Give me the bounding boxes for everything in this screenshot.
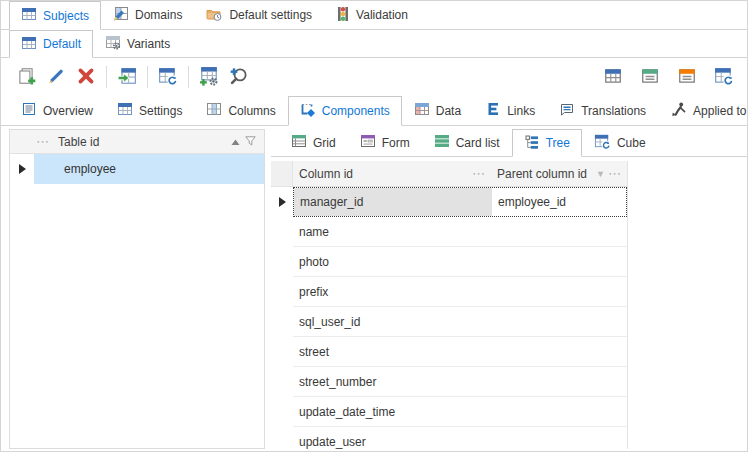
components-icon xyxy=(300,102,316,121)
tab-links[interactable]: Links xyxy=(473,96,547,125)
table-id-cell[interactable]: employee xyxy=(34,154,264,184)
tab-label: Overview xyxy=(43,104,93,118)
add-table-settings-button[interactable] xyxy=(194,63,224,91)
data-table-icon xyxy=(414,101,430,120)
parent-column-id-header[interactable]: Parent column id ▼ ⋯ xyxy=(491,161,627,186)
columns-grid-header: Column id ⋯ Parent column id ▼ ⋯ xyxy=(271,161,627,187)
grid-row[interactable]: sql_user_id xyxy=(271,307,627,337)
tab-domains[interactable]: Domains xyxy=(101,1,194,29)
column-id-cell[interactable]: sql_user_id xyxy=(293,307,627,336)
columns-icon xyxy=(206,101,222,120)
tab-settings[interactable]: Settings xyxy=(105,96,194,125)
table-id-column-header[interactable]: ⋯ Table id xyxy=(10,130,264,154)
sort-asc-icon[interactable] xyxy=(231,135,240,149)
more-options-icon[interactable]: ⋯ xyxy=(472,167,486,180)
tab-label: Card list xyxy=(456,136,500,150)
grid-row[interactable]: update_user xyxy=(271,427,627,449)
app-window: Subjects Domains Default settings Valida… xyxy=(0,0,748,452)
tab-translations[interactable]: Translations xyxy=(547,96,658,125)
form-green-icon xyxy=(640,66,660,89)
grid-row[interactable]: street_number xyxy=(271,367,627,397)
tab-grid[interactable]: Grid xyxy=(279,129,348,156)
form-orange-icon xyxy=(677,66,697,89)
tab-label: Links xyxy=(507,104,535,118)
tab-subjects[interactable]: Subjects xyxy=(9,1,101,30)
column-id-cell[interactable]: street xyxy=(293,337,627,366)
filter-dropdown-icon[interactable]: ▼ xyxy=(596,169,605,179)
tab-applied-to[interactable]: Applied to xyxy=(658,96,748,125)
component-tabstrip: Grid Form Card list Tree Cube xyxy=(271,129,747,157)
rotate-table-view-button[interactable] xyxy=(709,63,739,91)
funnel-icon[interactable] xyxy=(245,135,256,149)
toolbar-separator xyxy=(188,66,189,88)
tab-overview[interactable]: Overview xyxy=(9,96,105,125)
column-id-cell[interactable]: manager_id xyxy=(294,188,492,216)
tab-label: Grid xyxy=(313,136,336,150)
tab-default-settings[interactable]: Default settings xyxy=(194,1,324,29)
tab-components[interactable]: Components xyxy=(288,96,402,126)
tab-validation[interactable]: Validation xyxy=(324,1,420,29)
tree-icon xyxy=(524,134,540,153)
components-panel: Grid Form Card list Tree Cube xyxy=(271,129,747,449)
tab-columns[interactable]: Columns xyxy=(194,96,287,125)
table-icon xyxy=(21,35,37,54)
tab-card-list[interactable]: Card list xyxy=(422,129,512,156)
zoom-plus-icon xyxy=(229,66,249,89)
tab-label: Columns xyxy=(228,104,275,118)
tab-label: Tree xyxy=(546,136,570,150)
table-icon xyxy=(603,66,623,89)
tab-tree[interactable]: Tree xyxy=(512,129,582,157)
grid-row[interactable]: prefix xyxy=(271,277,627,307)
table-rotate-icon xyxy=(714,66,734,89)
tab-form[interactable]: Form xyxy=(348,129,422,156)
table-icon xyxy=(117,101,133,120)
worker-icon xyxy=(670,101,687,120)
indicator-header-cell xyxy=(271,161,293,186)
table-row[interactable]: employee xyxy=(10,154,264,184)
column-id-cell[interactable]: street_number xyxy=(293,367,627,396)
add-copy-button[interactable] xyxy=(11,63,41,91)
grid-row[interactable]: manager_id employee_id xyxy=(271,187,627,217)
table-edit-icon xyxy=(113,6,129,25)
parent-column-id-cell[interactable]: employee_id xyxy=(492,188,626,216)
column-id-cell[interactable]: prefix xyxy=(293,277,627,306)
column-id-header[interactable]: Column id ⋯ xyxy=(293,161,491,186)
table-view-button[interactable] xyxy=(598,63,628,91)
main-tabstrip: Subjects Domains Default settings Valida… xyxy=(1,1,747,30)
tab-label: Form xyxy=(382,136,410,150)
green-form-view-button[interactable] xyxy=(635,63,665,91)
table-add-gear-icon xyxy=(199,66,219,89)
zoom-button[interactable] xyxy=(224,63,254,91)
links-tree-icon xyxy=(485,101,501,120)
column-id-cell[interactable]: photo xyxy=(293,247,627,276)
tab-variants[interactable]: Variants xyxy=(93,30,182,57)
toolbar-right-group xyxy=(598,63,739,91)
tab-label: Cube xyxy=(617,136,646,150)
column-id-cell[interactable]: name xyxy=(293,217,627,246)
refresh-table-button[interactable] xyxy=(153,63,183,91)
grid-row[interactable]: photo xyxy=(271,247,627,277)
tab-cube[interactable]: Cube xyxy=(582,129,658,156)
column-title: Column id xyxy=(299,167,353,181)
table-refresh-icon xyxy=(158,66,178,89)
grid-row[interactable]: street xyxy=(271,337,627,367)
delete-x-icon xyxy=(76,66,96,89)
row-pointer-icon xyxy=(10,154,34,184)
tab-label: Applied to xyxy=(693,104,746,118)
tab-default[interactable]: Default xyxy=(9,30,93,58)
tab-data[interactable]: Data xyxy=(402,96,473,125)
grid-row[interactable]: update_date_time xyxy=(271,397,627,427)
import-table-button[interactable] xyxy=(112,63,142,91)
column-id-cell[interactable]: update_date_time xyxy=(293,397,627,426)
more-options-icon[interactable]: ⋯ xyxy=(608,167,622,180)
speech-bubble-icon xyxy=(559,101,575,120)
table-gear-icon xyxy=(105,34,121,53)
delete-button[interactable] xyxy=(71,63,101,91)
grid-row[interactable]: name xyxy=(271,217,627,247)
tab-label: Data xyxy=(436,104,461,118)
edit-button[interactable] xyxy=(41,63,71,91)
more-options-icon[interactable]: ⋯ xyxy=(36,135,50,148)
orange-form-view-button[interactable] xyxy=(672,63,702,91)
column-id-cell[interactable]: update_user xyxy=(293,427,627,449)
section-tabstrip: Overview Settings Columns Components Dat… xyxy=(1,96,747,126)
